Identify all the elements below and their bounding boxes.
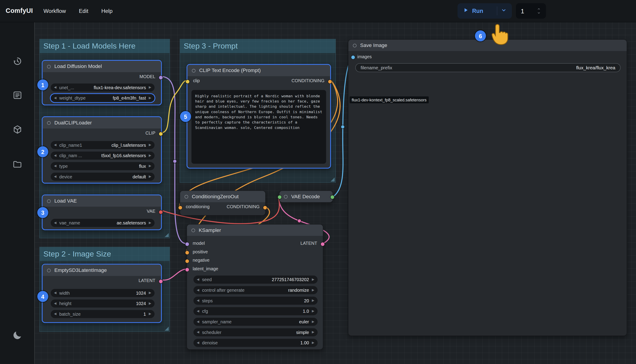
next-arrow-icon[interactable]: ▶ — [149, 175, 151, 178]
widget-filename-prefix[interactable]: filename_prefix flux_krea/flux_krea — [355, 63, 621, 72]
prev-arrow-icon[interactable]: ◀ — [54, 291, 57, 294]
next-arrow-icon[interactable]: ▶ — [149, 154, 151, 157]
prev-arrow-icon[interactable]: ◀ — [197, 341, 199, 344]
prev-arrow-icon[interactable]: ◀ — [54, 312, 57, 316]
input-port-model[interactable] — [185, 242, 189, 246]
next-arrow-icon[interactable]: ▶ — [312, 299, 314, 302]
output-port-conditioning[interactable] — [263, 206, 267, 210]
collapse-dot-icon[interactable] — [47, 64, 51, 68]
node-title-bar[interactable]: DualCLIPLoader — [43, 117, 161, 128]
widget-steps[interactable]: ◀ steps 20 ▶ — [193, 297, 317, 305]
widget-control-after-generate[interactable]: ◀ control after generate randomize ▶ — [193, 286, 317, 294]
widget-clip-name1[interactable]: ◀ clip_name1 clip_l.safetensors ▶ — [51, 141, 154, 149]
output-port-model[interactable] — [159, 76, 163, 80]
batch-count-stepper[interactable]: 1 — [516, 3, 546, 18]
prev-arrow-icon[interactable]: ◀ — [54, 86, 57, 89]
workflows-folder-icon[interactable] — [12, 158, 23, 169]
widget-weight-dtype[interactable]: ◀ weight_dtype fp8_e4m3fn_fast ▶ — [51, 94, 154, 102]
prev-arrow-icon[interactable]: ◀ — [197, 320, 199, 323]
widget-unet-name[interactable]: ◀ unet_... flux1-krea-dev.safetensors ▶ — [51, 84, 154, 92]
prev-arrow-icon[interactable]: ◀ — [197, 310, 199, 313]
model-library-icon[interactable] — [12, 124, 23, 135]
widget-batch-size[interactable]: ◀ batch_size 1 ▶ — [51, 310, 154, 318]
widget-width[interactable]: ◀ width 1024 ▶ — [51, 289, 154, 297]
node-title-bar[interactable]: ConditioningZeroOut — [180, 191, 265, 202]
widget-height[interactable]: ◀ height 1024 ▶ — [51, 300, 154, 308]
node-title-bar[interactable]: Load Diffusion Model — [43, 61, 161, 72]
node-empty-sd3-latent-image[interactable]: EmptySD3LatentImage LATENT ◀ width 1024 … — [42, 264, 162, 323]
prev-arrow-icon[interactable]: ◀ — [197, 299, 199, 302]
group-step3-title[interactable]: Step 3 - Prompt — [180, 39, 336, 53]
input-port-conditioning[interactable] — [178, 206, 183, 210]
next-arrow-icon[interactable]: ▶ — [312, 310, 314, 313]
node-clip-text-encode[interactable]: CLIP Text Encode (Prompt) clip CONDITION… — [187, 64, 331, 169]
widget-seed[interactable]: ◀ seed 277251746703202 ▶ — [193, 276, 317, 284]
node-dual-clip-loader[interactable]: DualCLIPLoader CLIP ◀ clip_name1 clip_l.… — [42, 116, 162, 184]
collapse-dot-icon[interactable] — [284, 195, 287, 198]
collapse-dot-icon[interactable] — [192, 69, 195, 72]
run-button[interactable]: Run — [457, 3, 512, 18]
menu-workflow[interactable]: Workflow — [43, 8, 66, 14]
prev-arrow-icon[interactable]: ◀ — [54, 302, 57, 305]
collapse-dot-icon[interactable] — [185, 195, 188, 198]
widget-device[interactable]: ◀ device default ▶ — [51, 172, 154, 181]
next-arrow-icon[interactable]: ▶ — [149, 302, 151, 305]
output-port-clip[interactable] — [159, 132, 163, 136]
widget-vae-name[interactable]: ◀ vae_name ae.safetensors ▶ — [51, 219, 154, 227]
next-arrow-icon[interactable]: ▶ — [149, 86, 151, 89]
input-port-images[interactable] — [351, 55, 355, 60]
output-port-conditioning[interactable] — [328, 80, 332, 84]
next-arrow-icon[interactable]: ▶ — [149, 96, 151, 100]
queue-history-icon[interactable] — [12, 56, 23, 66]
widget-type[interactable]: ◀ type flux ▶ — [51, 162, 154, 170]
prompt-textarea[interactable]: Highly realistic portrait of a Nordic wo… — [191, 90, 326, 164]
menu-help[interactable]: Help — [101, 8, 113, 14]
next-arrow-icon[interactable]: ▶ — [149, 144, 151, 146]
prev-arrow-icon[interactable]: ◀ — [54, 164, 57, 168]
next-arrow-icon[interactable]: ▶ — [312, 330, 314, 334]
menu-edit[interactable]: Edit — [79, 8, 88, 14]
collapsed-output-port[interactable] — [330, 195, 335, 200]
input-port-positive[interactable] — [185, 250, 189, 255]
prev-arrow-icon[interactable]: ◀ — [197, 330, 199, 334]
output-port-vae[interactable] — [159, 210, 163, 214]
prev-arrow-icon[interactable]: ◀ — [54, 144, 57, 146]
group-step2-title[interactable]: Step 2 - Image Size — [40, 247, 170, 261]
next-arrow-icon[interactable]: ▶ — [312, 288, 314, 292]
next-arrow-icon[interactable]: ▶ — [312, 341, 314, 344]
node-load-diffusion-model[interactable]: Load Diffusion Model MODEL ◀ unet_... fl… — [42, 60, 162, 106]
widget-scheduler[interactable]: ◀ scheduler simple ▶ — [193, 328, 317, 336]
run-options-chevron-icon[interactable] — [501, 7, 507, 15]
input-port-latent-image[interactable] — [185, 267, 189, 272]
prev-arrow-icon[interactable]: ◀ — [54, 175, 57, 178]
node-save-image[interactable]: Save Image images filename_prefix flux_k… — [348, 39, 627, 336]
group-step1-title[interactable]: Step 1 - Load Models Here — [40, 39, 170, 53]
app-logo[interactable]: ComfyUI — [6, 7, 33, 14]
node-load-vae[interactable]: Load VAE VAE ◀ vae_name ae.safetensors ▶ — [42, 194, 162, 230]
stepper-arrows[interactable] — [537, 7, 541, 14]
node-title-bar[interactable]: CLIP Text Encode (Prompt) — [187, 65, 330, 76]
input-port-clip[interactable] — [185, 80, 190, 84]
collapse-dot-icon[interactable] — [47, 121, 51, 125]
prev-arrow-icon[interactable]: ◀ — [54, 221, 57, 224]
widget-cfg[interactable]: ◀ cfg 1.0 ▶ — [193, 307, 317, 315]
node-title-bar[interactable]: VAE Decode — [279, 191, 333, 202]
next-arrow-icon[interactable]: ▶ — [149, 291, 151, 294]
output-port-latent[interactable] — [321, 242, 325, 246]
node-conditioning-zero-out[interactable]: ConditioningZeroOut conditioning CONDITI… — [180, 190, 265, 216]
node-title-bar[interactable]: Load VAE — [43, 195, 161, 206]
input-port-negative[interactable] — [185, 259, 189, 264]
node-title-bar[interactable]: KSampler — [187, 224, 323, 236]
widget-sampler-name[interactable]: ◀ sampler_name euler ▶ — [193, 318, 317, 326]
node-vae-decode[interactable]: VAE Decode — [279, 190, 333, 202]
output-port-latent[interactable] — [159, 279, 163, 284]
prev-arrow-icon[interactable]: ◀ — [197, 278, 199, 281]
node-title-bar[interactable]: EmptySD3LatentImage — [43, 265, 161, 276]
next-arrow-icon[interactable]: ▶ — [149, 164, 151, 168]
prev-arrow-icon[interactable]: ◀ — [54, 96, 57, 100]
next-arrow-icon[interactable]: ▶ — [149, 221, 151, 224]
next-arrow-icon[interactable]: ▶ — [149, 312, 151, 316]
node-library-icon[interactable] — [12, 90, 23, 100]
node-ksampler[interactable]: KSampler model LATENT positive negative … — [187, 224, 324, 350]
prev-arrow-icon[interactable]: ◀ — [54, 154, 57, 157]
